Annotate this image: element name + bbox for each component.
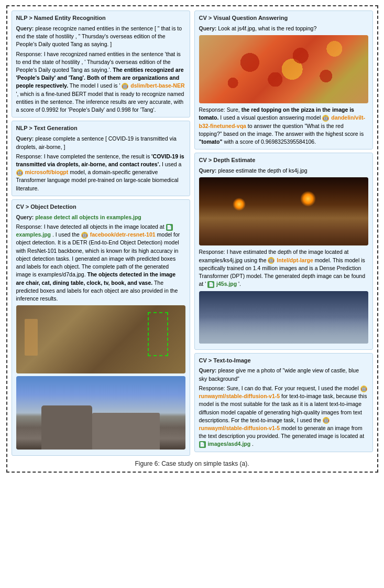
- emoji-icon-t2i2: 🤖: [323, 417, 330, 424]
- nlp-ner-query: Query: please recognize named entities i…: [16, 25, 185, 49]
- nlp-ner-title: NLP > Named Entity Recognition: [16, 14, 185, 23]
- nlp-textgen-model-link[interactable]: microsoft/biogpt: [25, 169, 68, 175]
- emoji-icon-biogpt: 🤖: [16, 169, 23, 176]
- depth-estimated-image: [199, 291, 368, 344]
- pizza-image: [199, 35, 368, 103]
- nlp-textgen-query: Query: please complete a sentence [ COVI…: [16, 135, 185, 151]
- cv-vqa-query-text: Look at js4f.jpg, what is the red toppin…: [218, 25, 316, 31]
- cv-t2i-file-link[interactable]: images/asd4.jpg: [207, 441, 250, 447]
- cv-t2i-response-label: Response:: [199, 385, 225, 391]
- cv-t2i-text4: .: [252, 441, 254, 447]
- emoji-icon: 🤖: [122, 83, 128, 90]
- cv-depth-query-text: please estimate the depth of ks4j.jpg: [218, 167, 307, 174]
- depth-image-container: [199, 291, 368, 344]
- cv-vqa-query: Query: Look at js4f.jpg, what is the red…: [199, 25, 368, 33]
- nlp-ner-query-label: Query:: [16, 25, 34, 31]
- cv-depth-panel: CV > Depth Estimate Query: please estima…: [194, 153, 373, 349]
- cv-objdet-query-text[interactable]: please detect all objects in examples.jp…: [35, 214, 141, 220]
- main-content: NLP > Named Entity Recognition Query: pl…: [12, 10, 373, 456]
- cv-depth-query: Query: please estimate the depth of ks4j…: [199, 167, 368, 175]
- cv-vqa-text2: I used a visual question answering model: [220, 114, 322, 121]
- nlp-textgen-query-label: Query:: [16, 135, 34, 142]
- cv-vqa-response-label: Response:: [199, 106, 225, 113]
- cv-depth-model-link[interactable]: Intel/dpt-large: [277, 257, 313, 263]
- cv-depth-query-label: Query:: [199, 167, 217, 174]
- cv-t2i-title: CV > Text-to-Image: [199, 357, 368, 365]
- cv-depth-response-label: Response:: [199, 249, 225, 255]
- cv-t2i-model-link2[interactable]: runwayml/stable-diffusion-v1-5: [199, 425, 280, 431]
- cv-t2i-response: Response: Sure, I can do that. For your …: [199, 384, 368, 448]
- cv-objdet-response-label: Response:: [16, 223, 42, 230]
- left-column: NLP > Named Entity Recognition Query: pl…: [12, 10, 190, 456]
- cv-depth-response: Response: I have estimated the depth of …: [199, 248, 368, 288]
- cv-objdet-query: Query: please detect all objects in exam…: [16, 213, 185, 221]
- nlp-ner-panel: NLP > Named Entity Recognition Query: pl…: [12, 10, 190, 117]
- nlp-textgen-text2: I used a: [162, 161, 181, 167]
- cv-objdet-text1: I have detected all objects in the image…: [44, 223, 166, 230]
- cv-object-detection-panel: CV > Object Detection Query: please dete…: [12, 199, 190, 456]
- cv-t2i-text1: Sure, I can do that. For your request, I…: [227, 385, 360, 391]
- cv-text2image-panel: CV > Text-to-Image Query: please give me…: [194, 353, 373, 452]
- cv-objdet-query-label: Query:: [16, 214, 34, 220]
- cv-t2i-query-text: please give me a photo of "wide angle vi…: [199, 367, 359, 381]
- cv-depth-title: CV > Depth Estimate: [199, 156, 368, 165]
- objects-detected-image: [16, 305, 185, 373]
- nlp-textgen-query-text: please complete a sentence [ COVID-19 is…: [16, 135, 177, 149]
- figure-caption: Figure 6: Case study on simple tasks (a)…: [12, 460, 373, 467]
- cv-objdet-response: Response: I have detected all objects in…: [16, 223, 185, 303]
- nlp-textgen-title: NLP > Text Generation: [16, 124, 185, 133]
- cv-t2i-model-link[interactable]: runwayml/stable-diffusion-v1-5: [199, 393, 280, 399]
- nlp-ner-query-text: please recognize named entities in the s…: [16, 25, 182, 47]
- castle-image: [16, 376, 185, 450]
- cv-vqa-panel: CV > Visual Question Answering Query: Lo…: [194, 10, 373, 149]
- castle-image-container: [16, 376, 185, 450]
- nlp-textgen-panel: NLP > Text Generation Query: please comp…: [12, 121, 190, 196]
- cv-objdet-file-link[interactable]: examples.jpg: [16, 231, 51, 238]
- cv-t2i-query: Query: please give me a photo of "wide a…: [199, 367, 368, 382]
- emoji-icon-t2i: 🤖: [360, 386, 367, 392]
- emoji-icon-vqa: 🤖: [322, 115, 329, 122]
- nlp-ner-model-link[interactable]: dslim/bert-base-NER: [130, 82, 184, 89]
- cv-vqa-text4: with a score of 0.9698325395584106.: [224, 138, 316, 145]
- cv-vqa-query-label: Query:: [199, 25, 217, 31]
- nlp-textgen-text1: I have completed the sentence, the resul…: [44, 153, 151, 159]
- room-image-container: [199, 177, 368, 245]
- cv-objdet-model-link[interactable]: facebook/detr-resnet-101: [90, 231, 156, 238]
- emoji-icon-depth: 🤖: [268, 257, 275, 264]
- nlp-ner-response-text2: The model I used is ': [70, 82, 122, 89]
- cv-vqa-title: CV > Visual Question Answering: [199, 14, 368, 23]
- cv-vqa-response: Response: Sure, the red topping on the p…: [199, 106, 368, 146]
- cv-depth-file-link[interactable]: j45s.jpg: [216, 281, 237, 287]
- cv-objdet-title: CV > Object Detection: [16, 203, 185, 211]
- nlp-textgen-response: Response: I have completed the sentence,…: [16, 153, 185, 193]
- file-icon: 📄: [166, 224, 173, 231]
- t2i-file-icon: 📄: [199, 441, 206, 448]
- nlp-ner-response: Response: I have recognized named entiti…: [16, 50, 185, 114]
- cv-t2i-query-label: Query:: [199, 367, 217, 373]
- objects-image-container: [16, 305, 185, 373]
- nlp-ner-response-label: Response:: [16, 51, 42, 57]
- nlp-ner-response-text3: ', which is a fine-tuned BERT model that…: [16, 91, 184, 113]
- depth-file-icon: 📄: [207, 281, 214, 288]
- cv-objdet-text2: . I used the: [52, 231, 81, 238]
- cv-vqa-answer: "tomato": [199, 138, 223, 145]
- pizza-image-container: [199, 35, 368, 103]
- nlp-textgen-response-label: Response:: [16, 153, 42, 159]
- figure-container: NLP > Named Entity Recognition Query: pl…: [6, 5, 378, 473]
- cv-depth-text3: '.: [238, 281, 241, 287]
- right-column: CV > Visual Question Answering Query: Lo…: [194, 10, 373, 456]
- room-image: [199, 177, 368, 245]
- cv-vqa-text1: Sure,: [227, 106, 242, 113]
- emoji-icon-detr: 🤖: [81, 232, 88, 239]
